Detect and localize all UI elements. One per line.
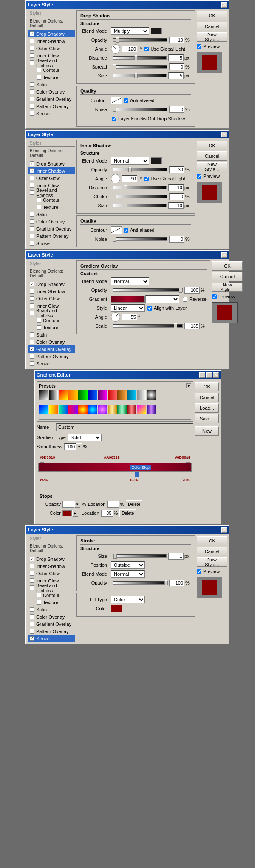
- po-cb-4[interactable]: [30, 629, 34, 634]
- preset-13[interactable]: [39, 405, 48, 414]
- anti-aliased-label[interactable]: Anti-aliased: [124, 98, 154, 103]
- stroke-color-swatch[interactable]: [111, 605, 122, 612]
- inner-glow-checkbox[interactable]: [30, 53, 34, 58]
- sidebar-item-po-3[interactable]: Pattern Overlay: [28, 353, 75, 360]
- sidebar-item-og-3[interactable]: Outer Glow: [28, 295, 75, 302]
- blending-options-4[interactable]: Blending Options: Default: [28, 543, 75, 554]
- distance-input[interactable]: [168, 54, 184, 61]
- preset-16[interactable]: [68, 405, 78, 414]
- is-new-style-button[interactable]: New Style...: [197, 162, 227, 171]
- preset-21[interactable]: [117, 405, 127, 414]
- sidebar-item-outer-glow[interactable]: Outer Glow: [28, 45, 75, 52]
- is-ok-button[interactable]: OK: [197, 141, 227, 150]
- cancel-button[interactable]: Cancel: [197, 22, 227, 31]
- is-cb-2[interactable]: [30, 168, 34, 173]
- global-light-checkbox[interactable]: [144, 47, 149, 51]
- stroke-cancel-button[interactable]: Cancel: [197, 547, 227, 556]
- ig-cb-2[interactable]: [30, 183, 34, 188]
- sidebar-item-is-4[interactable]: Inner Shadow: [28, 562, 75, 570]
- preset-3[interactable]: [59, 390, 68, 400]
- sidebar-item-og-2[interactable]: Outer Glow: [28, 174, 75, 182]
- stroke-checkbox[interactable]: [30, 111, 34, 116]
- sidebar-item-go-2[interactable]: Gradient Overlay: [28, 225, 75, 232]
- blend-mode-select[interactable]: Multiply Normal: [111, 27, 149, 35]
- preset-2[interactable]: [49, 390, 58, 400]
- texture-checkbox[interactable]: [37, 75, 41, 80]
- ge-opacity-delete-btn[interactable]: Delete: [126, 500, 142, 508]
- opacity-input[interactable]: [169, 37, 184, 43]
- noise-input[interactable]: [169, 106, 184, 113]
- ig-cb-4[interactable]: [30, 578, 34, 583]
- is-preview-checkbox[interactable]: [197, 174, 201, 179]
- sidebar-item-st-2[interactable]: Stroke: [28, 240, 75, 247]
- is-noise-slider[interactable]: [113, 237, 167, 241]
- is-distance-thumb[interactable]: [124, 185, 127, 190]
- is-size-input[interactable]: [168, 202, 184, 209]
- sidebar-item-go-3[interactable]: Gradient Overlay: [28, 345, 75, 353]
- preset-15[interactable]: [59, 405, 68, 414]
- color-overlay-checkbox[interactable]: [30, 89, 34, 94]
- c-cb-2[interactable]: [37, 197, 41, 202]
- sidebar-item-sa-3[interactable]: Satin: [28, 331, 75, 338]
- blend-color-swatch[interactable]: [151, 28, 162, 34]
- sidebar-item-pattern-overlay[interactable]: Pattern Overlay: [28, 103, 75, 110]
- co-cb-2[interactable]: [30, 219, 34, 224]
- sidebar-item-gradient-overlay[interactable]: Gradient Overlay: [28, 95, 75, 103]
- go-opacity-thumb[interactable]: [179, 288, 182, 293]
- stroke-blend-select[interactable]: Normal: [111, 570, 145, 578]
- preset-14[interactable]: [49, 405, 58, 414]
- inner-shadow-checkbox[interactable]: [30, 39, 34, 43]
- size-thumb[interactable]: [134, 73, 138, 78]
- go-gradient-swatch[interactable]: [111, 296, 145, 303]
- is-noise-input[interactable]: [169, 236, 184, 243]
- stroke-size-input[interactable]: [168, 553, 184, 560]
- sidebar-item-bevel[interactable]: Bevel and Emboss: [28, 59, 75, 66]
- sa-cb-2[interactable]: [30, 212, 34, 217]
- go-align-checkbox[interactable]: [147, 306, 152, 311]
- satin-checkbox[interactable]: [30, 82, 34, 87]
- preset-20[interactable]: [108, 405, 117, 414]
- sidebar-item-st-4[interactable]: Stroke: [28, 635, 75, 642]
- sidebar-item-ds-3[interactable]: Drop Shadow: [28, 280, 75, 288]
- spread-slider[interactable]: [113, 65, 167, 69]
- angle-input[interactable]: [122, 46, 137, 52]
- sidebar-item-co-4[interactable]: Color Overlay: [28, 613, 75, 620]
- is-distance-slider[interactable]: [113, 186, 167, 189]
- layer-knocks-checkbox[interactable]: [112, 117, 116, 121]
- c-cb-4[interactable]: [37, 593, 41, 597]
- opacity-slider[interactable]: [113, 38, 167, 42]
- go-align-label[interactable]: Align with Layer: [147, 306, 187, 311]
- distance-thumb[interactable]: [134, 55, 138, 60]
- go-preview-checkbox[interactable]: [212, 294, 217, 299]
- ge-opacity-stop-input[interactable]: [62, 501, 74, 508]
- ge-minimize[interactable]: _: [199, 372, 205, 378]
- is-cb-3[interactable]: [30, 289, 34, 294]
- sidebar-item-st-3[interactable]: Stroke: [28, 360, 75, 367]
- ge-color-arrow[interactable]: ▶: [72, 510, 78, 517]
- og-cb-4[interactable]: [30, 571, 34, 576]
- ig-cb-3[interactable]: [30, 303, 34, 308]
- pattern-overlay-checkbox[interactable]: [30, 104, 34, 108]
- go-angle-dial[interactable]: [111, 312, 120, 322]
- sidebar-item-texture[interactable]: Texture: [28, 74, 75, 81]
- go-style-select[interactable]: Linear: [111, 304, 145, 312]
- noise-thumb[interactable]: [113, 107, 116, 112]
- go-opacity-input[interactable]: [184, 287, 200, 294]
- sidebar-item-po-2[interactable]: Pattern Overlay: [28, 232, 75, 240]
- sidebar-item-satin[interactable]: Satin: [28, 81, 75, 88]
- go-ok-button[interactable]: OK: [212, 261, 243, 271]
- ge-maximize[interactable]: □: [206, 372, 212, 378]
- sidebar-item-ds-4[interactable]: Drop Shadow: [28, 555, 75, 562]
- outer-glow-checkbox[interactable]: [30, 46, 34, 51]
- be-cb-2[interactable]: [30, 190, 34, 195]
- go-cb-4[interactable]: [30, 622, 34, 626]
- go-reverse-checkbox[interactable]: [183, 297, 187, 302]
- po-cb-3[interactable]: [30, 354, 34, 359]
- sa-cb-4[interactable]: [30, 607, 34, 612]
- distance-slider[interactable]: [113, 56, 167, 60]
- preset-4[interactable]: [68, 390, 78, 400]
- po-cb-2[interactable]: [30, 234, 34, 238]
- stroke-position-select[interactable]: Outside Inside Center: [111, 561, 145, 569]
- size-input[interactable]: [168, 72, 184, 79]
- ge-close[interactable]: ✕: [213, 372, 219, 378]
